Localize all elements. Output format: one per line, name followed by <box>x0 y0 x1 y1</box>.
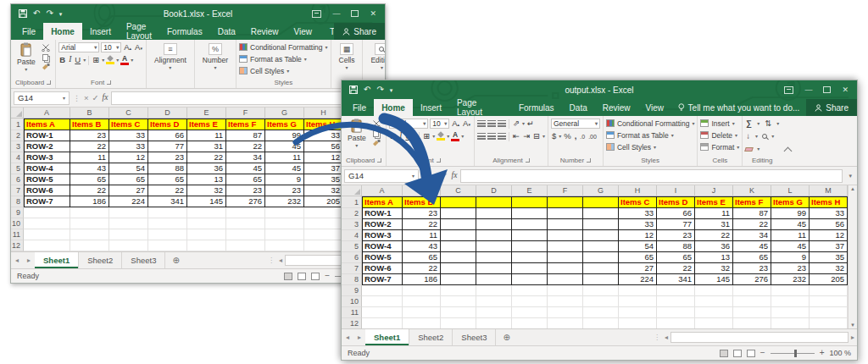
grid-cell-A10[interactable] <box>24 218 70 229</box>
autosum-icon[interactable]: ∑ <box>745 119 753 128</box>
grid-cell-B9[interactable] <box>403 285 441 296</box>
hscroll-left-icon[interactable]: ◂ <box>276 252 285 268</box>
grid-cell-C10[interactable] <box>441 296 476 307</box>
ribbon-options-icon[interactable] <box>312 10 321 18</box>
column-header-D[interactable]: D <box>476 185 512 196</box>
grid-cell-E2[interactable]: 11 <box>187 130 226 141</box>
grid-cell-B12[interactable] <box>403 318 441 328</box>
percent-style-icon[interactable]: % <box>563 132 571 141</box>
grid-cell-H7[interactable]: 27 <box>619 263 657 274</box>
grid-cell-G5[interactable]: 45 <box>265 163 304 174</box>
column-header-F[interactable]: F <box>226 108 265 119</box>
align-left-icon[interactable] <box>477 133 486 140</box>
grid-cell-H7[interactable]: 32 <box>304 185 343 196</box>
grid-cell-E9[interactable] <box>512 285 548 296</box>
grid-cell-D9[interactable] <box>148 207 187 218</box>
select-all-corner[interactable] <box>11 108 24 119</box>
grid-cell-H1[interactable]: Items C <box>619 196 657 208</box>
grid-cell-H4[interactable]: 12 <box>619 230 657 241</box>
grid-cell-L10[interactable] <box>771 296 810 307</box>
increase-indent-icon[interactable]: ⇥ <box>522 132 531 141</box>
expand-formula-bar-icon[interactable]: ▾ <box>846 173 854 179</box>
vertical-scrollbar[interactable]: ▲ ▼ <box>848 185 857 328</box>
grid-cell-J9[interactable] <box>695 285 733 296</box>
zoom-out-icon[interactable]: − <box>325 272 330 280</box>
grid-cell-H2[interactable]: 33 <box>619 208 657 219</box>
column-header-B[interactable]: B <box>403 185 441 196</box>
grid-cell-B8[interactable]: 186 <box>403 274 441 285</box>
grid-cell-M6[interactable]: 35 <box>810 252 848 263</box>
grid-cell-F10[interactable] <box>226 218 265 229</box>
grid-cell-E10[interactable] <box>512 296 548 307</box>
alignment-group-collapsed[interactable]: ≡Alignment▾ <box>147 40 195 88</box>
grid-cell-C2[interactable]: 33 <box>109 130 148 141</box>
cut-icon[interactable] <box>372 120 381 128</box>
grid-cell-D5[interactable]: 88 <box>148 163 187 174</box>
ribbon-tab-data[interactable]: Data <box>562 99 595 116</box>
tell-me-box[interactable]: Tell me what you want to do... <box>671 99 806 116</box>
ribbon-tab-review[interactable]: Review <box>243 23 287 40</box>
row-header-3[interactable]: 3 <box>11 141 24 152</box>
grid-cell-E11[interactable] <box>187 229 226 240</box>
grid-cell-F7[interactable]: 23 <box>226 185 265 196</box>
italic-button[interactable]: I <box>68 56 72 64</box>
row-header-5[interactable]: 5 <box>11 163 24 174</box>
format-as-table-button[interactable]: Format as Table▾ <box>606 130 674 141</box>
grid-cell-F9[interactable] <box>548 285 583 296</box>
row-header-9[interactable]: 9 <box>11 207 24 218</box>
format-painter-icon[interactable] <box>372 140 381 147</box>
column-header-J[interactable]: J <box>695 185 733 196</box>
grid-cell-A3[interactable]: ROW-2 <box>24 141 70 152</box>
grid-cell-A5[interactable]: ROW-4 <box>24 163 70 174</box>
column-header-A[interactable]: A <box>24 108 70 119</box>
grid-cell-M5[interactable]: 37 <box>810 241 848 252</box>
row-header-12[interactable]: 12 <box>342 318 362 328</box>
grid-cell-H8[interactable]: 205 <box>304 196 343 207</box>
grid-cell-G4[interactable]: 11 <box>265 152 304 163</box>
minimize-icon[interactable]: — <box>804 86 812 94</box>
grid-cell-A12[interactable] <box>24 240 70 251</box>
column-header-H[interactable]: H <box>304 108 343 119</box>
grid-cell-L5[interactable]: 45 <box>771 241 810 252</box>
grid-cell-G12[interactable] <box>265 240 304 251</box>
grid-cell-M11[interactable] <box>810 307 848 318</box>
sheet-tab-sheet1[interactable]: Sheet1 <box>35 252 79 268</box>
row-header-6[interactable]: 6 <box>11 174 24 185</box>
number-format-select[interactable]: General▾ <box>551 119 600 129</box>
grid-cell-D3[interactable]: 77 <box>148 141 187 152</box>
grid-cell-K12[interactable] <box>733 318 771 328</box>
grid-cell-J6[interactable]: 13 <box>695 252 733 263</box>
grid-cell-L7[interactable]: 23 <box>771 263 810 274</box>
grid-cell-H12[interactable] <box>619 318 657 328</box>
row-header-10[interactable]: 10 <box>342 296 362 307</box>
grid-cell-G9[interactable] <box>583 285 619 296</box>
column-header-G[interactable]: G <box>583 185 619 196</box>
share-button[interactable]: Share <box>806 99 857 116</box>
grid-cell-B9[interactable] <box>70 207 109 218</box>
grid-cell-I12[interactable] <box>657 318 695 328</box>
ribbon-tab-data[interactable]: Data <box>210 23 243 40</box>
qat-customize-icon[interactable]: ▾ <box>59 11 63 17</box>
fill-icon[interactable]: ↓ <box>745 132 751 141</box>
grid-cell-L8[interactable]: 232 <box>771 274 810 285</box>
name-box[interactable]: G14▾ <box>344 169 419 183</box>
grid-cell-D4[interactable]: 23 <box>148 152 187 163</box>
grid-cell-I3[interactable]: 77 <box>657 219 695 230</box>
grid-cell-C5[interactable]: 54 <box>109 163 148 174</box>
column-header-B[interactable]: B <box>70 108 109 119</box>
grid-cell-F5[interactable] <box>548 241 583 252</box>
grid-cell-E1[interactable] <box>512 196 548 208</box>
grid-cell-I10[interactable] <box>657 296 695 307</box>
grid-cell-E5[interactable]: 36 <box>187 163 226 174</box>
grid-cell-A4[interactable]: ROW-3 <box>362 230 403 241</box>
italic-button[interactable]: I <box>398 132 403 141</box>
cell-styles-button[interactable]: Cell Styles▾ <box>239 65 289 76</box>
name-box[interactable]: G14▾ <box>14 91 70 105</box>
row-header-4[interactable]: 4 <box>342 230 362 241</box>
grid-cell-C12[interactable] <box>109 240 148 251</box>
grid-cell-F1[interactable]: Items F <box>226 119 265 130</box>
grid-cell-K4[interactable]: 34 <box>733 230 771 241</box>
scroll-down-icon[interactable]: ▼ <box>850 323 855 328</box>
grid-cell-A3[interactable]: ROW-2 <box>362 219 403 230</box>
grid-cell-F1[interactable] <box>548 196 583 208</box>
